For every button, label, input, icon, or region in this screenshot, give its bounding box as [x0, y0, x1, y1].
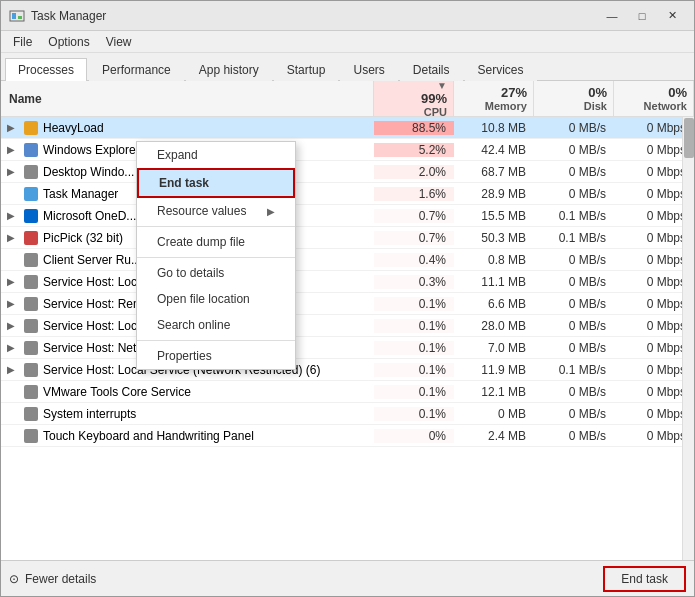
process-name: Microsoft OneD... [43, 209, 136, 223]
minimize-button[interactable]: — [598, 5, 626, 27]
scrollbar-thumb[interactable] [684, 118, 694, 158]
col-network-header: 0% Network [614, 81, 694, 116]
tab-app-history[interactable]: App history [186, 58, 272, 81]
tab-processes[interactable]: Processes [5, 58, 87, 81]
cpu-value: 0% [374, 429, 454, 443]
disk-value: 0.1 MB/s [534, 363, 614, 377]
expand-arrow-icon: ▶ [7, 210, 19, 221]
memory-value: 12.1 MB [454, 385, 534, 399]
disk-value: 0 MB/s [534, 319, 614, 333]
disk-value: 0 MB/s [534, 253, 614, 267]
status-bar: ⊙ Fewer details End task [1, 560, 694, 596]
cpu-value: 0.1% [374, 297, 454, 311]
table-row[interactable]: ▶ Desktop Windo... 2.0% 68.7 MB 0 MB/s 0… [1, 161, 694, 183]
row-name: System interrupts [1, 406, 374, 422]
process-icon [23, 384, 39, 400]
cpu-value: 0.4% [374, 253, 454, 267]
tab-details[interactable]: Details [400, 58, 463, 81]
context-menu: Expand End task Resource values ▶ Create… [136, 141, 296, 370]
svg-rect-2 [18, 16, 22, 19]
table-row[interactable]: System interrupts 0.1% 0 MB 0 MB/s 0 Mbp… [1, 403, 694, 425]
menu-view[interactable]: View [98, 33, 140, 51]
ctx-go-to-details[interactable]: Go to details [137, 260, 295, 286]
ctx-end-task[interactable]: End task [137, 168, 295, 198]
disk-value: 0 MB/s [534, 143, 614, 157]
end-task-button[interactable]: End task [603, 566, 686, 592]
svg-rect-10 [24, 275, 38, 289]
expand-arrow-icon: ▶ [7, 144, 19, 155]
table-row[interactable]: ▶ Service Host: Local Service (Network R… [1, 359, 694, 381]
ctx-resource-values-label: Resource values [157, 204, 246, 218]
table-row[interactable]: ▶ Microsoft OneD... 0.7% 15.5 MB 0.1 MB/… [1, 205, 694, 227]
svg-rect-15 [24, 385, 38, 399]
ctx-open-file-location[interactable]: Open file location [137, 286, 295, 312]
cpu-value: 2.0% [374, 165, 454, 179]
memory-value: 6.6 MB [454, 297, 534, 311]
process-icon [23, 296, 39, 312]
window-title: Task Manager [31, 9, 598, 23]
cpu-value: 0.1% [374, 407, 454, 421]
fewer-details-label: Fewer details [25, 572, 96, 586]
table-row[interactable]: ▶ Service Host: Local System (18) 0.1% 2… [1, 315, 694, 337]
tab-startup[interactable]: Startup [274, 58, 339, 81]
expand-arrow-icon: ▶ [7, 298, 19, 309]
cpu-value: 0.1% [374, 363, 454, 377]
fewer-details-button[interactable]: ⊙ Fewer details [9, 572, 96, 586]
svg-rect-12 [24, 319, 38, 333]
cpu-value: 5.2% [374, 143, 454, 157]
row-name: Touch Keyboard and Handwriting Panel [1, 428, 374, 444]
process-icon [23, 186, 39, 202]
scrollbar[interactable] [682, 117, 694, 560]
svg-rect-8 [24, 231, 38, 245]
table-row[interactable]: ▶ Service Host: Network Service (5) 0.1%… [1, 337, 694, 359]
col-name-header[interactable]: Name [1, 81, 374, 116]
cpu-label: CPU [424, 106, 447, 118]
svg-rect-1 [12, 13, 16, 19]
table-row[interactable]: ▶ Windows Explorer 5.2% 42.4 MB 0 MB/s 0… [1, 139, 694, 161]
table-row[interactable]: ▶ HeavyLoad 88.5% 10.8 MB 0 MB/s 0 Mbps [1, 117, 694, 139]
ctx-create-dump[interactable]: Create dump file [137, 229, 295, 255]
tab-performance[interactable]: Performance [89, 58, 184, 81]
maximize-button[interactable]: □ [628, 5, 656, 27]
sort-arrow-cpu: ▼ [437, 81, 447, 91]
process-name: Windows Explorer [43, 143, 140, 157]
memory-pct: 27% [501, 85, 527, 100]
row-name: VMware Tools Core Service [1, 384, 374, 400]
memory-value: 68.7 MB [454, 165, 534, 179]
table-row[interactable]: Client Server Ru... 0.4% 0.8 MB 0 MB/s 0… [1, 249, 694, 271]
ctx-expand[interactable]: Expand [137, 142, 295, 168]
menu-options[interactable]: Options [40, 33, 97, 51]
svg-rect-7 [24, 209, 38, 223]
process-icon [23, 142, 39, 158]
cpu-value: 0.1% [374, 341, 454, 355]
process-name: System interrupts [43, 407, 136, 421]
expand-arrow-icon: ▶ [7, 276, 19, 287]
close-button[interactable]: ✕ [658, 5, 686, 27]
svg-rect-9 [24, 253, 38, 267]
tab-services[interactable]: Services [465, 58, 537, 81]
table-row[interactable]: ▶ Service Host: Local Service (No Networ… [1, 271, 694, 293]
tab-users[interactable]: Users [340, 58, 397, 81]
svg-rect-5 [24, 165, 38, 179]
process-name: Desktop Windo... [43, 165, 134, 179]
table-row[interactable]: Touch Keyboard and Handwriting Panel 0% … [1, 425, 694, 447]
table-header: Name ▼ 99% CPU 27% Memory 0% Disk 0% Net… [1, 81, 694, 117]
cpu-value: 0.1% [374, 319, 454, 333]
process-name: Client Server Ru... [43, 253, 141, 267]
svg-rect-3 [24, 121, 38, 135]
table-row[interactable]: Task Manager 1.6% 28.9 MB 0 MB/s 0 Mbps [1, 183, 694, 205]
table-row[interactable]: VMware Tools Core Service 0.1% 12.1 MB 0… [1, 381, 694, 403]
ctx-search-online[interactable]: Search online [137, 312, 295, 338]
table-row[interactable]: ▶ Service Host: Remote Procedure Call (2… [1, 293, 694, 315]
process-icon [23, 406, 39, 422]
network-pct: 0% [668, 85, 687, 100]
ctx-resource-values[interactable]: Resource values ▶ [137, 198, 295, 224]
memory-value: 11.9 MB [454, 363, 534, 377]
disk-value: 0 MB/s [534, 187, 614, 201]
process-icon [23, 362, 39, 378]
menu-bar: File Options View [1, 31, 694, 53]
menu-file[interactable]: File [5, 33, 40, 51]
table-row[interactable]: ▶ PicPick (32 bit) 0.7% 50.3 MB 0.1 MB/s… [1, 227, 694, 249]
disk-value: 0 MB/s [534, 385, 614, 399]
ctx-properties[interactable]: Properties [137, 343, 295, 369]
